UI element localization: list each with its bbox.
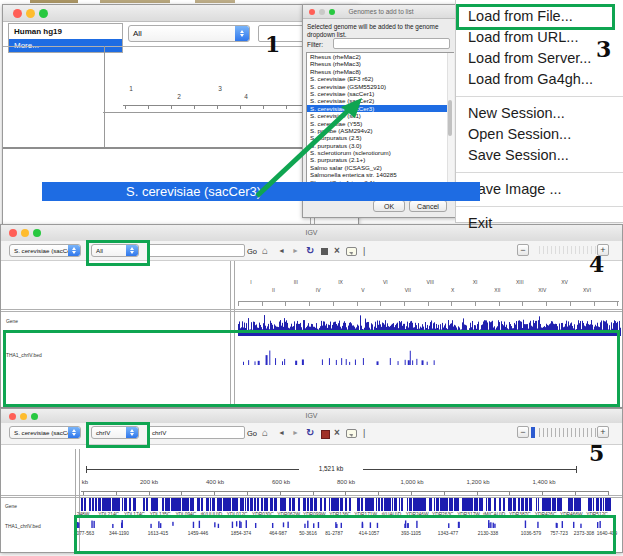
close-x-icon[interactable]: × (334, 427, 340, 438)
stepper-icon[interactable] (126, 427, 138, 438)
gene-track-data[interactable] (81, 498, 611, 511)
chromosome-label[interactable]: XVI (583, 287, 591, 293)
back-icon[interactable]: ◄ (278, 429, 285, 436)
slider-tick (555, 428, 556, 437)
close-button[interactable] (13, 9, 22, 18)
dialog-titlebar[interactable]: Genomes to add to list (303, 5, 459, 19)
go-button[interactable]: Go (247, 247, 257, 256)
gene-track-data[interactable] (238, 313, 621, 336)
chromosome-label[interactable]: VI (383, 279, 388, 285)
chromosome-boundary-tick (499, 301, 500, 306)
minimize-button[interactable] (26, 9, 35, 18)
menu-item-save-session[interactable]: Save Session... (456, 145, 623, 166)
zoom-out-button[interactable]: − (517, 244, 529, 256)
chromosome-label[interactable]: XII (494, 287, 500, 293)
cursor-icon[interactable]: | (363, 428, 365, 438)
chromosome-label[interactable]: III (294, 279, 298, 285)
ok-button[interactable]: OK (373, 200, 405, 212)
chromosome-boundary-tick (357, 301, 358, 306)
splitter-line[interactable] (79, 449, 80, 552)
chromosome-label[interactable]: I (250, 279, 251, 285)
window-titlebar[interactable]: IGV (1, 409, 622, 424)
refresh-icon[interactable]: ↻ (306, 245, 314, 256)
stepper-icon[interactable] (126, 245, 138, 256)
locus-input[interactable]: chrIV (148, 426, 245, 439)
chromosome-label[interactable]: XV (561, 279, 568, 285)
menu-item-load-from-file[interactable]: Load from File... (456, 6, 623, 27)
chromosome-label[interactable]: V (361, 287, 364, 293)
ruler-kb-label: 1,200 kb (466, 479, 489, 485)
chromosome-selector[interactable]: chrIV (91, 426, 139, 439)
stepper-icon[interactable] (235, 26, 249, 41)
genome-list-item[interactable]: S. cerevisiae (EF3 r62) (307, 75, 453, 82)
menu-item-load-from-ga4gh[interactable]: Load from Ga4gh... (456, 69, 623, 90)
locus-input[interactable] (148, 244, 245, 257)
menu-item-exit[interactable]: Exit (456, 213, 623, 234)
gene-label: YDL012C (227, 512, 248, 517)
region-label: 344-1190 (109, 531, 129, 536)
cancel-button[interactable]: Cancel (409, 200, 447, 212)
ruler-tick (542, 491, 543, 495)
splitter-line[interactable] (75, 449, 76, 552)
refresh-icon[interactable]: ↻ (306, 427, 314, 438)
name-panel-divider[interactable] (104, 46, 105, 148)
track-label-bed[interactable]: THA1_chrIV.bed (6, 353, 42, 358)
slider-tick (575, 246, 576, 254)
chromosome-selector[interactable]: All (91, 244, 139, 257)
stepper-icon[interactable] (68, 427, 80, 438)
ruler-kb-label: 1,000 kb (400, 479, 423, 485)
menu-item-new-session[interactable]: New Session... (456, 103, 623, 124)
forward-icon[interactable]: ► (292, 429, 299, 436)
chromosome-label[interactable]: XIII (516, 279, 524, 285)
chromosome-label[interactable]: XI (473, 279, 478, 285)
chromosome-label[interactable]: XIV (538, 287, 546, 293)
region-tool-icon[interactable] (321, 248, 328, 255)
back-icon[interactable]: ◄ (278, 247, 285, 254)
screenshot-root: Human hg19 More... All 1 12345 Genomes t… (0, 0, 623, 556)
menu-item-save-image[interactable]: Save Image ... (456, 179, 623, 200)
genome-list-item[interactable]: Rhesus (rheMac2) (307, 53, 453, 60)
zoom-in-button[interactable]: + (597, 426, 609, 438)
bed-track-data[interactable] (76, 518, 616, 528)
forward-icon[interactable]: ► (292, 247, 299, 254)
genome-selector[interactable]: S. cerevisiae (sacCe... (9, 426, 81, 439)
home-icon[interactable]: ⌂ (262, 245, 268, 256)
splitter-line[interactable] (230, 261, 231, 406)
genome-list-item[interactable]: Rhesus (rheMac8) (307, 68, 453, 75)
chromosome-label[interactable]: IX (338, 279, 343, 285)
bed-track-data[interactable] (241, 346, 436, 365)
chromosome-label[interactable]: VII (405, 287, 411, 293)
chromosome-label[interactable]: II (272, 287, 275, 293)
zoom-out-button[interactable]: − (517, 426, 529, 438)
genome-selector[interactable]: S. cerevisiae (sacCe... (9, 244, 81, 257)
region-label: 1077-563 (74, 531, 94, 536)
popup-text-icon[interactable] (346, 429, 357, 438)
track-label-gene[interactable]: Gene (6, 319, 18, 324)
chromosome-label[interactable]: VIII (426, 279, 434, 285)
scrollbar-thumb[interactable] (448, 100, 452, 136)
home-icon[interactable]: ⌂ (262, 427, 268, 438)
go-button[interactable]: Go (247, 429, 257, 438)
genome-option-current[interactable]: Human hg19 (9, 24, 122, 39)
popup-text-icon[interactable] (346, 247, 357, 256)
zoom-button[interactable] (39, 9, 48, 18)
region-label: 1459-446 (188, 531, 208, 536)
chromosome-selector[interactable]: All (128, 25, 250, 42)
menu-item-open-session[interactable]: Open Session... (456, 124, 623, 145)
header-divider (1, 309, 622, 310)
genome-list-item[interactable]: Rhesus (rheMac3) (307, 60, 453, 67)
filter-input[interactable] (333, 38, 450, 49)
track-label-bed[interactable]: THA1_chrIV.bed (5, 524, 41, 529)
stepper-icon[interactable] (68, 245, 80, 256)
splitter-line[interactable] (234, 261, 235, 406)
chromosome-boundary-tick (333, 301, 334, 306)
track-label-gene[interactable]: Gene (5, 504, 17, 509)
close-x-icon[interactable]: × (334, 245, 340, 256)
region-label: 1854-374 (231, 531, 251, 536)
chromosome-label[interactable]: X (451, 287, 454, 293)
cursor-icon[interactable]: | (363, 246, 365, 256)
zoom-level-indicator[interactable] (531, 427, 535, 438)
region-tool-icon[interactable] (321, 430, 330, 439)
chromosome-label[interactable]: IV (316, 287, 321, 293)
chromosome-boundary-tick (475, 301, 476, 306)
